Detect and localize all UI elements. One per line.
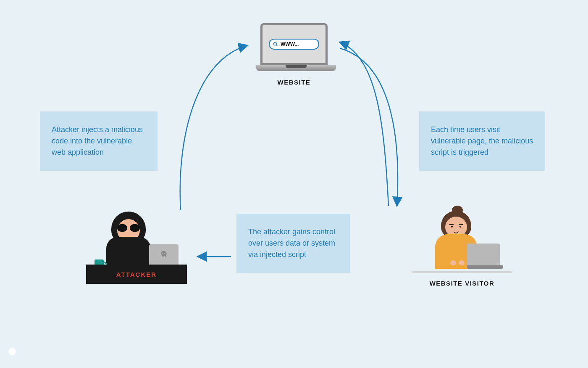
attacker-desk: ATTACKER [86, 265, 187, 284]
visitor-laptop-icon [467, 244, 503, 270]
visitor-bun [452, 206, 463, 215]
url-placeholder: WWW... [281, 41, 299, 47]
attacker-node: ATTACKER [86, 208, 187, 284]
arrow-website-to-visitor [340, 48, 398, 206]
arrow-visitor-to-website [339, 42, 388, 206]
skull-icon [160, 250, 168, 259]
svg-line-1 [276, 45, 278, 46]
visitor-desk [412, 271, 512, 273]
arrow-attacker-to-website [180, 45, 248, 210]
sunglasses-icon [116, 224, 141, 233]
box-gain: The attacker gains control over users da… [236, 214, 350, 273]
url-bar: WWW... [269, 39, 319, 50]
attacker-illustration: ATTACKER [86, 208, 187, 284]
visitor-node: WEBSITE VISITOR [412, 208, 512, 287]
box-inject: Attacker injects a malicious code into t… [40, 111, 158, 171]
laptop-icon: WWW... [256, 23, 332, 71]
visitor-hand [459, 260, 465, 265]
visitor-label: WEBSITE VISITOR [412, 280, 512, 287]
box-trigger: Each time users visit vulnerable page, t… [419, 111, 545, 171]
search-icon [273, 42, 278, 47]
laptop-base [256, 65, 336, 71]
visitor-illustration [412, 208, 512, 280]
svg-point-0 [274, 42, 277, 45]
website-label: WEBSITE [252, 79, 336, 86]
decorative-dot [8, 348, 16, 355]
visitor-hand [450, 260, 456, 265]
laptop-screen: WWW... [260, 23, 328, 65]
website-node: WWW... WEBSITE [252, 23, 336, 86]
attacker-label: ATTACKER [116, 271, 157, 278]
